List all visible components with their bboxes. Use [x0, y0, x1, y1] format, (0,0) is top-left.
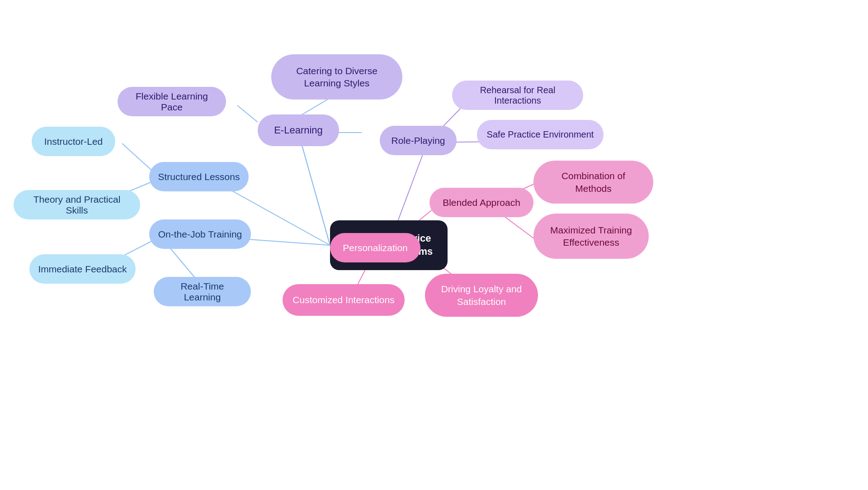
- driving-node: Driving Loyalty and Satisfaction: [425, 274, 538, 317]
- maximized-node: Maximized Training Effectiveness: [533, 214, 649, 259]
- personalization-node: Personalization: [330, 233, 420, 262]
- e-learning-node: E-Learning: [258, 114, 339, 146]
- svg-line-2: [298, 133, 330, 245]
- immediate-node: Immediate Feedback: [29, 254, 136, 284]
- customized-node: Customized Interactions: [283, 284, 405, 316]
- realtime-node: Real-Time Learning: [154, 277, 251, 306]
- blended-node: Blended Approach: [429, 188, 533, 217]
- catering-node: Catering to Diverse Learning Styles: [271, 54, 402, 100]
- rehearsal-node: Rehearsal for Real Interactions: [452, 81, 583, 110]
- flexible-node: Flexible Learning Pace: [118, 87, 226, 116]
- theory-node: Theory and Practical Skills: [14, 190, 140, 219]
- svg-line-4: [237, 105, 258, 122]
- role-playing-node: Role-Playing: [380, 126, 457, 155]
- combination-node: Combination of Methods: [533, 161, 653, 204]
- safe-practice-node: Safe Practice Environment: [477, 120, 604, 149]
- on-job-node: On-the-Job Training: [149, 219, 251, 249]
- instructor-node: Instructor-Led: [32, 127, 115, 156]
- structured-node: Structured Lessons: [149, 162, 249, 191]
